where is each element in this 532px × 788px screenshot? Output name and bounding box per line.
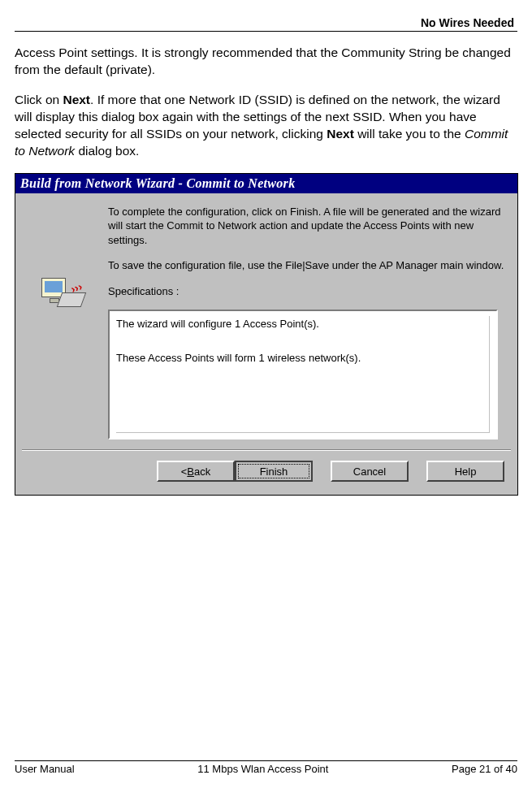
footer-center: 11 Mbps Wlan Access Point [197,763,328,775]
cancel-button[interactable]: Cancel [331,461,409,482]
page-footer: User Manual 11 Mbps Wlan Access Point Pa… [15,760,517,775]
header-rule [15,31,517,32]
wizard-dialog: Build from Network Wizard - Commit to Ne… [15,173,518,496]
body-text: Access Point settings. It is strongly re… [15,45,517,160]
button-row: < Back Finish Cancel Help [15,451,517,495]
header-brand: No Wires Needed [15,16,517,29]
back-button[interactable]: < Back [157,461,235,482]
computer-wireless-icon: ››› [38,276,90,322]
finish-button[interactable]: Finish [235,461,313,482]
footer-left: User Manual [15,763,75,775]
spec-line-1: The wizard will configure 1 Access Point… [116,316,489,333]
specifications-label: Specifications : [108,284,506,299]
help-button[interactable]: Help [426,461,504,482]
specifications-box: The wizard will configure 1 Access Point… [108,310,498,439]
wizard-titlebar: Build from Network Wizard - Commit to Ne… [15,174,517,193]
wizard-text-2: To save the configuration file, use the … [108,258,506,273]
spec-line-2: These Access Points will form 1 wireless… [116,350,489,367]
wizard-sidebar: ››› [27,205,108,440]
wizard-text-1: To complete the configuration, click on … [108,205,506,248]
paragraph-2: Click on Next. If more that one Network … [15,92,517,160]
footer-right: Page 21 of 40 [452,763,517,775]
paragraph-1: Access Point settings. It is strongly re… [15,45,517,79]
